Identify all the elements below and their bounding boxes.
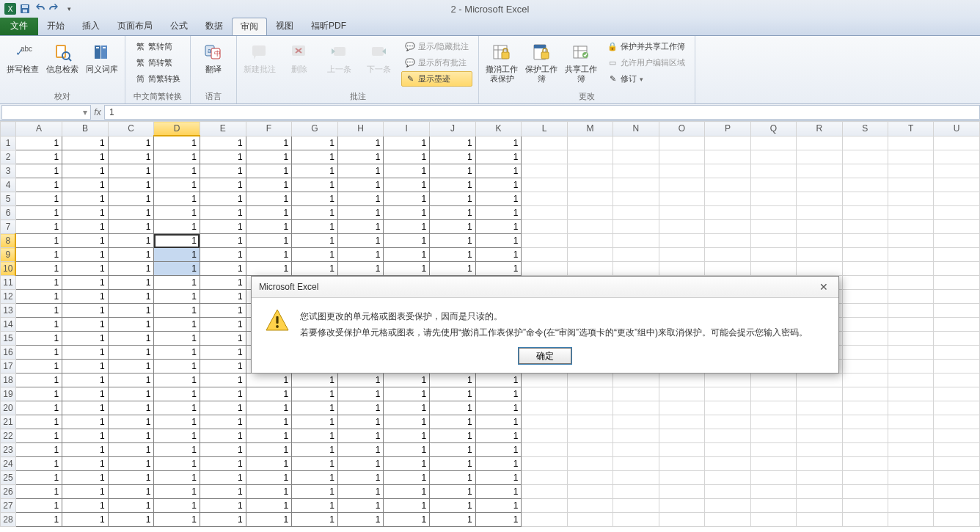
column-header[interactable]: F <box>246 122 292 136</box>
cell[interactable]: 1 <box>200 401 246 415</box>
cell[interactable] <box>705 374 750 387</box>
cell[interactable]: 1 <box>154 164 200 178</box>
cell[interactable]: 1 <box>108 192 154 206</box>
cell[interactable] <box>613 443 659 457</box>
cell[interactable] <box>750 136 797 150</box>
cell[interactable] <box>888 443 934 457</box>
cell[interactable]: 1 <box>246 387 292 401</box>
undo-icon[interactable] <box>34 3 45 15</box>
cell[interactable] <box>888 206 934 220</box>
show-ink-button[interactable]: ✎显示墨迹 <box>401 71 472 87</box>
cell[interactable]: 1 <box>108 234 154 248</box>
cell[interactable]: 1 <box>430 248 476 262</box>
cell[interactable] <box>934 457 980 471</box>
cell[interactable]: 1 <box>292 457 338 471</box>
cell[interactable] <box>522 192 567 206</box>
cell[interactable] <box>567 374 613 387</box>
cell[interactable] <box>613 234 659 248</box>
row-header[interactable]: 8 <box>1 234 16 248</box>
cell[interactable]: 1 <box>430 374 476 387</box>
cell[interactable]: 1 <box>154 206 200 220</box>
row-header[interactable]: 26 <box>1 485 16 499</box>
cell[interactable] <box>750 429 797 443</box>
cell[interactable] <box>888 401 934 415</box>
cell[interactable]: 1 <box>154 192 200 206</box>
cell[interactable]: 1 <box>108 136 154 150</box>
cell[interactable]: 1 <box>246 206 292 220</box>
cell[interactable] <box>659 401 705 415</box>
cell[interactable] <box>613 248 659 262</box>
cell[interactable] <box>797 429 842 443</box>
cell[interactable] <box>934 136 980 150</box>
cell[interactable]: 1 <box>292 150 338 164</box>
column-header[interactable]: J <box>430 122 476 136</box>
cell[interactable]: 1 <box>108 164 154 178</box>
cell[interactable]: 1 <box>337 374 384 387</box>
cell[interactable]: 1 <box>108 513 154 527</box>
cell[interactable]: 1 <box>200 136 246 150</box>
cell[interactable]: 1 <box>337 471 384 485</box>
cell[interactable] <box>750 220 797 234</box>
cell[interactable]: 1 <box>200 513 246 527</box>
cell[interactable]: 1 <box>62 443 109 457</box>
cell[interactable] <box>797 387 842 401</box>
cell[interactable]: 1 <box>384 499 430 513</box>
cell[interactable]: 1 <box>15 485 62 499</box>
row-header[interactable]: 10 <box>1 262 16 276</box>
cell[interactable]: 1 <box>108 485 154 499</box>
row-header[interactable]: 22 <box>1 429 16 443</box>
cell[interactable]: 1 <box>430 220 476 234</box>
cell[interactable] <box>522 513 567 527</box>
cell[interactable]: 1 <box>15 178 62 192</box>
cell[interactable]: 1 <box>384 401 430 415</box>
row-header[interactable]: 15 <box>1 332 16 346</box>
cell[interactable]: 1 <box>154 262 200 276</box>
cell[interactable]: 1 <box>292 234 338 248</box>
cell[interactable] <box>934 485 980 499</box>
cell[interactable] <box>613 150 659 164</box>
cell[interactable]: 1 <box>384 443 430 457</box>
cell[interactable]: 1 <box>108 374 154 387</box>
cell[interactable] <box>567 471 613 485</box>
cell[interactable]: 1 <box>62 318 109 332</box>
cell[interactable]: 1 <box>62 429 109 443</box>
cell[interactable]: 1 <box>475 164 522 178</box>
cell[interactable]: 1 <box>475 401 522 415</box>
cell[interactable] <box>934 360 980 374</box>
cell[interactable]: 1 <box>200 304 246 318</box>
cell[interactable] <box>522 499 567 513</box>
share-workbook-button[interactable]: 共享工作簿 <box>563 37 599 87</box>
cell[interactable] <box>842 346 888 360</box>
cell[interactable]: 1 <box>337 234 384 248</box>
cell[interactable]: 1 <box>384 234 430 248</box>
cell[interactable]: 1 <box>62 499 109 513</box>
cell[interactable]: 1 <box>15 290 62 304</box>
cell[interactable] <box>934 471 980 485</box>
cell[interactable] <box>842 415 888 429</box>
thesaurus-button[interactable]: 同义词库 <box>84 37 120 78</box>
cell[interactable]: 1 <box>475 415 522 429</box>
cell[interactable] <box>567 429 613 443</box>
track-changes-button[interactable]: ✎修订 ▾ <box>604 71 689 87</box>
dialog-close-button[interactable]: ✕ <box>816 280 831 294</box>
cell[interactable]: 1 <box>430 178 476 192</box>
cell[interactable] <box>705 150 750 164</box>
cell[interactable]: 1 <box>15 401 62 415</box>
cell[interactable] <box>522 443 567 457</box>
cell[interactable] <box>613 374 659 387</box>
cell[interactable] <box>522 234 567 248</box>
cell[interactable] <box>934 164 980 178</box>
cell[interactable]: 1 <box>62 290 109 304</box>
cell[interactable]: 1 <box>154 401 200 415</box>
cell[interactable]: 1 <box>62 485 109 499</box>
cell[interactable] <box>522 387 567 401</box>
cell[interactable]: 1 <box>337 499 384 513</box>
cell[interactable]: 1 <box>108 457 154 471</box>
cell[interactable]: 1 <box>15 318 62 332</box>
cell[interactable] <box>522 485 567 499</box>
research-button[interactable]: 信息检索 <box>44 37 81 78</box>
cell[interactable] <box>797 164 842 178</box>
cell[interactable] <box>888 360 934 374</box>
cell[interactable]: 1 <box>246 374 292 387</box>
cell[interactable] <box>934 290 980 304</box>
